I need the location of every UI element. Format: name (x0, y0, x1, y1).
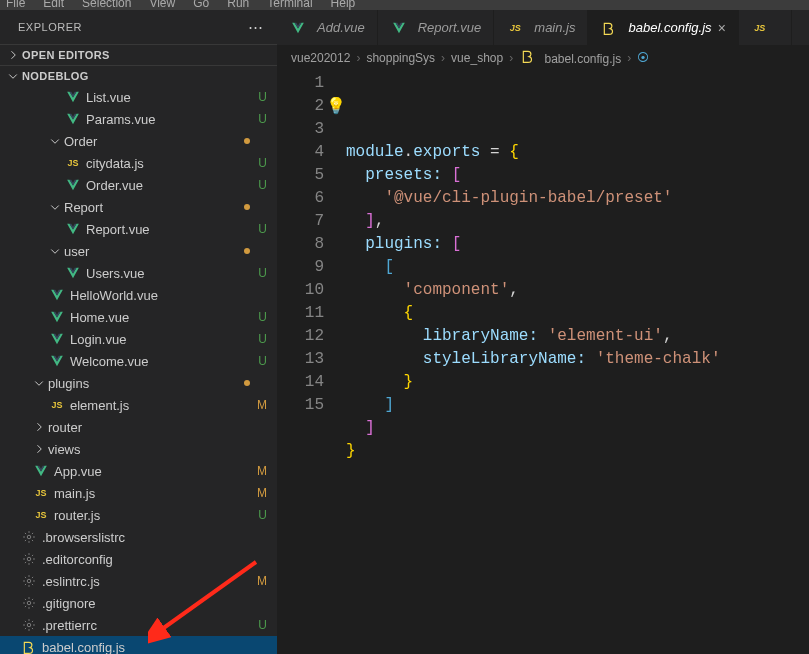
file-label: .editorconfig (42, 552, 253, 567)
code-line[interactable]: } (346, 371, 809, 394)
code-line[interactable]: } (346, 440, 809, 463)
more-icon[interactable]: ⋯ (248, 18, 264, 36)
tree-row[interactable]: views (0, 438, 277, 460)
tree-row[interactable]: .eslintrc.jsM (0, 570, 277, 592)
editor-tab[interactable]: Add.vue (277, 10, 378, 45)
cfg-icon (20, 530, 38, 544)
chevron-right-icon (32, 442, 46, 456)
code-line[interactable]: styleLibraryName: 'theme-chalk' (346, 348, 809, 371)
menu-item[interactable]: Terminal (263, 0, 316, 10)
editor-tab[interactable]: JSmain.js (494, 10, 588, 45)
file-label: .browserslistrc (42, 530, 253, 545)
tree-row[interactable]: App.vueM (0, 460, 277, 482)
breadcrumb-item[interactable]: vue_shop (451, 51, 503, 65)
cfg-icon (20, 596, 38, 610)
menu-item[interactable]: Selection (78, 0, 135, 10)
editor-tab[interactable]: babel.config.js× (588, 10, 738, 45)
tree-row[interactable]: Home.vueU (0, 306, 277, 328)
section-project[interactable]: NODEBLOG (0, 65, 277, 86)
menu-item[interactable]: File (2, 0, 29, 10)
tree-row[interactable]: plugins (0, 372, 277, 394)
file-label: router (48, 420, 253, 435)
tab-label: main.js (534, 20, 575, 35)
file-label: Params.vue (86, 112, 253, 127)
code-line[interactable] (346, 463, 809, 486)
code-line[interactable]: module.exports = { (346, 141, 809, 164)
tree-row[interactable]: user (0, 240, 277, 262)
menu-item[interactable]: View (145, 0, 179, 10)
vue-icon (48, 288, 66, 302)
babel-icon (519, 49, 537, 63)
menu-item[interactable]: Run (223, 0, 253, 10)
tree-row[interactable]: JScitydata.jsU (0, 152, 277, 174)
tree-row[interactable]: Params.vueU (0, 108, 277, 130)
file-label: babel.config.js (42, 640, 253, 655)
section-open-editors[interactable]: OPEN EDITORS (0, 44, 277, 65)
modified-dot-icon (244, 380, 250, 386)
chevron-down-icon (32, 376, 46, 390)
tree-row[interactable]: Report (0, 196, 277, 218)
breadcrumb-item[interactable]: babel.config.js (519, 49, 621, 66)
close-icon[interactable]: × (718, 20, 726, 36)
file-label: Order.vue (86, 178, 253, 193)
file-label: Home.vue (70, 310, 253, 325)
tree-row[interactable]: List.vueU (0, 86, 277, 108)
breadcrumb[interactable]: vue202012›shoppingSys›vue_shop› babel.co… (277, 45, 809, 70)
explorer-panel: EXPLORER ⋯ OPEN EDITORS NODEBLOG List.vu… (0, 10, 277, 654)
file-label: plugins (48, 376, 244, 391)
breadcrumb-item[interactable]: shoppingSys (366, 51, 435, 65)
code-line[interactable]: [ (346, 256, 809, 279)
editor-tab[interactable]: Report.vue (378, 10, 495, 45)
line-gutter: 123456789101112131415 (277, 72, 346, 654)
editor-tab[interactable]: JS (739, 10, 792, 45)
file-label: Report.vue (86, 222, 253, 237)
lightbulb-icon[interactable]: 💡 (326, 96, 346, 119)
modified-dot-icon (244, 204, 250, 210)
tree-row[interactable]: Order (0, 130, 277, 152)
vue-icon (48, 354, 66, 368)
code-line[interactable]: ], (346, 210, 809, 233)
tree-row[interactable]: .editorconfig (0, 548, 277, 570)
git-status: U (253, 354, 267, 368)
file-label: router.js (54, 508, 253, 523)
breadcrumb-item[interactable]: vue202012 (291, 51, 350, 65)
tree-row[interactable]: JSmain.jsM (0, 482, 277, 504)
code-line[interactable]: '@vue/cli-plugin-babel/preset' (346, 187, 809, 210)
code-line[interactable]: presets: [ (346, 164, 809, 187)
svg-point-0 (27, 535, 31, 539)
menu-item[interactable]: Edit (39, 0, 68, 10)
js-icon: JS (48, 398, 66, 412)
tree-row[interactable]: Login.vueU (0, 328, 277, 350)
tree-row[interactable]: Users.vueU (0, 262, 277, 284)
code-line[interactable]: { (346, 302, 809, 325)
git-status: U (253, 112, 267, 126)
tree-row[interactable]: babel.config.js (0, 636, 277, 654)
breadcrumb-item[interactable]: ⦿ (637, 51, 649, 65)
code-line[interactable]: ] (346, 394, 809, 417)
tree-row[interactable]: Report.vueU (0, 218, 277, 240)
tree-row[interactable]: HelloWorld.vue (0, 284, 277, 306)
code-line[interactable]: 'component', (346, 279, 809, 302)
js-icon: JS (32, 508, 50, 522)
code-line[interactable]: plugins: [ (346, 233, 809, 256)
code-line[interactable]: libraryName: 'element-ui', (346, 325, 809, 348)
cfg-icon (20, 574, 38, 588)
tree-row[interactable]: .prettierrcU (0, 614, 277, 636)
tree-row[interactable]: Welcome.vueU (0, 350, 277, 372)
git-status: U (253, 508, 267, 522)
menu-item[interactable]: Help (327, 0, 360, 10)
chevron-down-icon (48, 134, 62, 148)
editor-area: Add.vueReport.vueJSmain.jsbabel.config.j… (277, 10, 809, 654)
js-icon: JS (32, 486, 50, 500)
vue-icon (64, 112, 82, 126)
tree-row[interactable]: .gitignore (0, 592, 277, 614)
tree-row[interactable]: JSrouter.jsU (0, 504, 277, 526)
tree-row[interactable]: JSelement.jsM (0, 394, 277, 416)
menu-item[interactable]: Go (189, 0, 213, 10)
code-line[interactable]: ] (346, 417, 809, 440)
chevron-right-icon (32, 420, 46, 434)
tree-row[interactable]: Order.vueU (0, 174, 277, 196)
code-body[interactable]: 💡 module.exports = { presets: [ '@vue/cl… (346, 72, 809, 654)
tree-row[interactable]: .browserslistrc (0, 526, 277, 548)
tree-row[interactable]: router (0, 416, 277, 438)
